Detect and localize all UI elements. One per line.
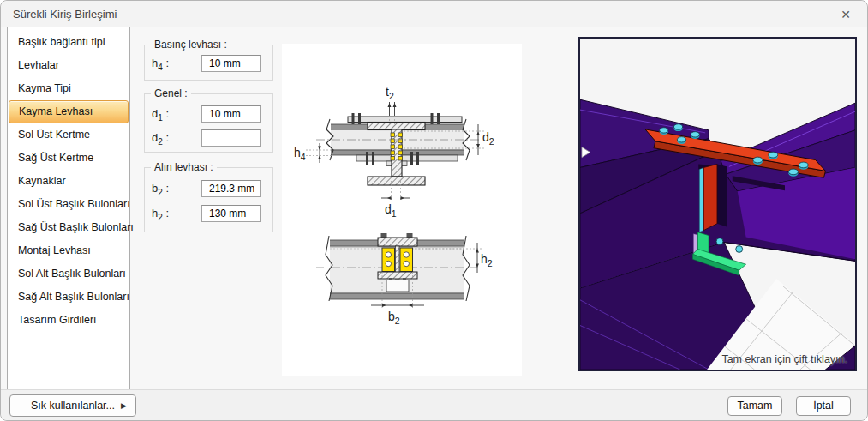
technical-diagram: t2 d2 h4 d1 h2 b2: [282, 44, 522, 376]
preview-3d-scene: [580, 39, 855, 370]
sidebar-item-sag-ust-baslik-bulonlari[interactable]: Sağ Üst Başlık Bulonları: [9, 216, 129, 239]
group-alin-levhasi: Alın levhası : b2 : h2 :: [144, 167, 273, 232]
sidebar-item-kayma-levhasi[interactable]: Kayma Levhası: [9, 100, 129, 123]
sidebar-item-levhalar[interactable]: Levhalar: [9, 54, 129, 77]
sidebar-item-baslik-baglanti-tipi[interactable]: Başlık bağlantı tipi: [9, 31, 129, 54]
cancel-button[interactable]: İptal: [796, 396, 851, 416]
sidebar-item-kayma-tipi[interactable]: Kayma Tipi: [9, 77, 129, 100]
chevron-right-icon: ▶: [121, 395, 127, 416]
sidebar-item-kaynaklar[interactable]: Kaynaklar: [9, 170, 129, 193]
favorites-button[interactable]: Sık kullanılanlar... ▶: [9, 394, 136, 417]
field-label-b2: b2 :: [152, 182, 169, 197]
group-title: Genel :: [151, 87, 191, 99]
footer: Sık kullanılanlar... ▶ Tamam İptal: [1, 389, 867, 420]
dim-label-d1: d1: [385, 202, 397, 219]
dialog-surekli-kiris-birlesimi: Sürekli Kiriş Birleşimi ✕ Başlık bağlant…: [0, 0, 868, 421]
ok-button[interactable]: Tamam: [727, 396, 782, 416]
field-label-d2: d2 :: [152, 131, 169, 147]
sidebar-item-sol-alt-baslik-bulonlari[interactable]: Sol Alt Başlık Bulonları: [9, 262, 129, 286]
dim-label-b2: b2: [388, 310, 400, 326]
input-d1[interactable]: [201, 105, 261, 123]
sidebar-item-sol-ust-kertme[interactable]: Sol Üst Kertme: [9, 123, 129, 147]
group-title: Alın levhası :: [151, 161, 217, 173]
dim-label-h4: h4: [294, 146, 306, 162]
input-h4[interactable]: [201, 55, 261, 72]
group-genel: Genel : d1 : d2 :: [144, 93, 273, 153]
sidebar-item-sag-alt-baslik-bulonlari[interactable]: Sağ Alt Başlık Bulonları: [9, 286, 129, 309]
field-label-d1: d1 :: [152, 107, 169, 123]
sidebar-item-tasarim-girdileri[interactable]: Tasarım Girdileri: [9, 309, 129, 332]
field-label-h4: h4 :: [152, 57, 169, 72]
input-b2[interactable]: [201, 180, 261, 197]
close-icon[interactable]: ✕: [837, 6, 854, 23]
sidebar-item-montaj-levhasi[interactable]: Montaj Levhası: [9, 239, 129, 262]
group-title: Basınç levhası :: [151, 39, 230, 51]
window-title: Sürekli Kiriş Birleşimi: [13, 8, 117, 21]
sidebar-item-sol-ust-baslik-bulonlari[interactable]: Sol Üst Başlık Bulonları: [9, 193, 129, 216]
sidebar-item-sag-ust-kertme[interactable]: Sağ Üst Kertme: [9, 147, 129, 170]
diagram-svg: [282, 44, 522, 376]
input-d2[interactable]: [201, 129, 261, 147]
field-label-h2: h2 :: [152, 207, 169, 222]
dim-label-t2: t2: [386, 85, 394, 101]
sidebar: Başlık bağlantı tipi Levhalar Kayma Tipi…: [7, 27, 130, 391]
preview-caption: Tam ekran için çift tıklayın.: [721, 353, 847, 365]
titlebar[interactable]: Sürekli Kiriş Birleşimi ✕: [1, 1, 867, 27]
input-h2[interactable]: [201, 205, 261, 222]
dim-label-h2: h2: [481, 252, 493, 268]
dim-label-d2: d2: [482, 130, 494, 147]
group-basinc-levhasi: Basınç levhası : h4 :: [144, 45, 273, 81]
preview-3d-viewport[interactable]: Tam ekran için çift tıklayın.: [578, 37, 857, 371]
